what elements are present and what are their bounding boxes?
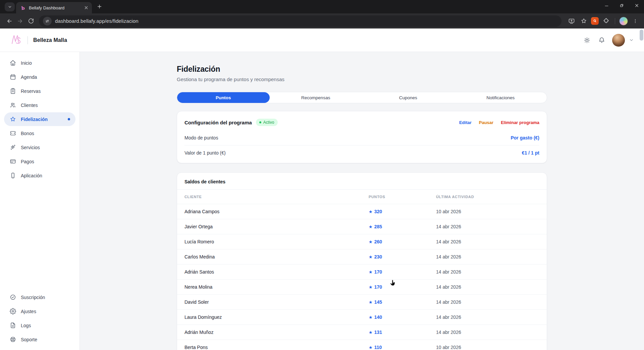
- life-buoy-icon: [10, 336, 16, 343]
- new-tab-button[interactable]: [97, 4, 102, 9]
- last-activity-date: 14 abr 2026: [436, 224, 539, 229]
- sidebar-item-agenda[interactable]: Agenda: [4, 70, 75, 84]
- browser-profile-avatar[interactable]: [619, 17, 628, 25]
- star-icon: [10, 116, 16, 122]
- back-button[interactable]: [4, 16, 15, 26]
- last-activity-date: 14 abr 2026: [436, 330, 539, 335]
- brand-divider: [28, 36, 28, 44]
- window-restore-button[interactable]: [619, 3, 624, 8]
- reload-button[interactable]: [25, 16, 36, 26]
- tab-cupones[interactable]: Cupones: [362, 92, 454, 103]
- sidebar-item-ajustes[interactable]: Ajustes: [4, 304, 75, 318]
- table-row[interactable]: Laura Domínguez★14014 abr 2026: [177, 309, 547, 325]
- tab-search-button[interactable]: [5, 2, 15, 11]
- points-value: ★145: [369, 299, 436, 305]
- balances-title: Saldos de clientes: [177, 173, 547, 189]
- client-name: Lucía Romero: [184, 239, 369, 244]
- ticket-icon: [10, 130, 16, 136]
- puzzle-icon: [603, 18, 609, 24]
- client-name: Carlos Medina: [184, 254, 369, 259]
- points-value: ★320: [369, 209, 436, 214]
- notifications-button[interactable]: [596, 35, 607, 46]
- page-subtitle: Gestiona tu programa de puntos y recompe…: [177, 76, 547, 82]
- sidebar-item-logs[interactable]: Logs: [4, 318, 75, 332]
- table-row[interactable]: Carlos Medina★23014 abr 2026: [177, 249, 547, 264]
- browser-tab-title: Bellafy Dashboard: [29, 5, 81, 10]
- editar-action[interactable]: Editar: [459, 120, 472, 125]
- sidebar-footer-nav: SuscripciónAjustesLogsSoporte: [4, 290, 75, 347]
- tab-notificaciones[interactable]: Notificaciones: [454, 92, 547, 103]
- program-settings: Modo de puntosPor gasto (€)Valor de 1 pu…: [184, 130, 539, 160]
- sidebar-item-label: Suscripción: [21, 295, 45, 300]
- client-name: David Soler: [184, 299, 369, 305]
- sidebar-item-label: Inicio: [21, 60, 32, 66]
- points-value: ★170: [369, 269, 436, 275]
- client-name: Berta Pons: [184, 345, 369, 350]
- scrollbar-thumb[interactable]: [640, 30, 643, 41]
- credit-card-icon: [10, 158, 16, 165]
- table-row[interactable]: David Soler★14514 abr 2026: [177, 294, 547, 309]
- window-minimize-button[interactable]: [604, 3, 609, 8]
- points-value: ★285: [369, 224, 436, 229]
- sidebar-item-soporte[interactable]: Soporte: [4, 333, 75, 346]
- table-row[interactable]: Adrián Santos★17014 abr 2026: [177, 264, 547, 279]
- forward-button[interactable]: [15, 16, 25, 26]
- user-avatar[interactable]: [612, 34, 625, 47]
- table-row[interactable]: Adrián Muñoz★13114 abr 2026: [177, 325, 547, 340]
- table-row[interactable]: Adriana Campos★32010 abr 2026: [177, 204, 547, 219]
- last-activity-date: 14 abr 2026: [436, 269, 539, 275]
- browser-tab[interactable]: b Bellafy Dashboard: [16, 2, 92, 13]
- sidebar-item-reservas[interactable]: Reservas: [4, 84, 75, 98]
- smartphone-icon: [10, 172, 16, 179]
- last-activity-date: 14 abr 2026: [436, 299, 539, 305]
- table-row[interactable]: Berta Pons★11010 abr 2026: [177, 340, 547, 350]
- sidebar-item-inicio[interactable]: Inicio: [4, 56, 75, 70]
- sidebar-item-label: Clientes: [21, 103, 38, 108]
- url-bar[interactable]: dashboard.bellafy.app/es/fidelizacion: [39, 15, 561, 27]
- tab-recompensas[interactable]: Recompensas: [270, 92, 362, 103]
- site-settings-icon[interactable]: [43, 17, 52, 25]
- clipboard-icon: [10, 88, 16, 94]
- sidebar-item-fidelizacion[interactable]: Fidelización: [4, 112, 75, 126]
- table-row[interactable]: Lucía Romero★26014 abr 2026: [177, 234, 547, 249]
- chevron-down-icon: [8, 5, 12, 9]
- window-close-button[interactable]: [634, 3, 639, 8]
- calendar-icon: [10, 74, 16, 80]
- account-menu-chevron[interactable]: [629, 38, 634, 43]
- program-actions: EditarPausarEliminar programa: [459, 120, 539, 125]
- browser-menu-button[interactable]: [631, 16, 640, 26]
- client-name: Adrián Muñoz: [184, 330, 369, 335]
- sidebar-item-bonos[interactable]: Bonos: [4, 126, 75, 140]
- last-activity-date: 10 abr 2026: [436, 345, 539, 350]
- screen: b Bellafy Dashboard das: [0, 0, 644, 350]
- sidebar-item-servicios[interactable]: Servicios: [4, 140, 75, 154]
- bookmark-button[interactable]: [579, 16, 588, 26]
- client-name: Nerea Molina: [184, 284, 369, 290]
- sidebar-item-clientes[interactable]: Clientes: [4, 98, 75, 112]
- extension-badge-icon[interactable]: [591, 17, 599, 25]
- gear-icon: [10, 308, 16, 314]
- tab-puntos[interactable]: Puntos: [177, 92, 270, 103]
- eliminar-programa-action[interactable]: Eliminar programa: [501, 120, 539, 125]
- star-icon: ★: [369, 330, 373, 335]
- tab-close-icon[interactable]: [84, 5, 89, 10]
- sidebar-item-pagos[interactable]: Pagos: [4, 155, 75, 168]
- table-row[interactable]: Nerea Molina★17014 abr 2026: [177, 279, 547, 294]
- install-app-button[interactable]: [567, 16, 576, 26]
- extensions-button[interactable]: [601, 16, 611, 26]
- sidebar-item-aplicacion[interactable]: Aplicación: [4, 169, 75, 182]
- url-text[interactable]: dashboard.bellafy.app/es/fidelizacion: [55, 18, 139, 24]
- points-value: ★260: [369, 239, 436, 244]
- points-value: ★140: [369, 314, 436, 320]
- client-name: Adriana Campos: [184, 209, 369, 214]
- client-name: Laura Domínguez: [184, 314, 369, 320]
- main-content: Fidelización Gestiona tu programa de pun…: [80, 52, 644, 350]
- bellafy-favicon-icon: b: [20, 5, 26, 11]
- setting-value[interactable]: €1 / 1 pt: [522, 150, 539, 156]
- theme-toggle-button[interactable]: [581, 35, 593, 46]
- setting-value[interactable]: Por gasto (€): [511, 135, 539, 140]
- sidebar-item-label: Bonos: [21, 131, 34, 136]
- table-row[interactable]: Javier Ortega★28514 abr 2026: [177, 219, 547, 234]
- sidebar-item-suscripcion[interactable]: Suscripción: [4, 290, 75, 304]
- pausar-action[interactable]: Pausar: [479, 120, 493, 125]
